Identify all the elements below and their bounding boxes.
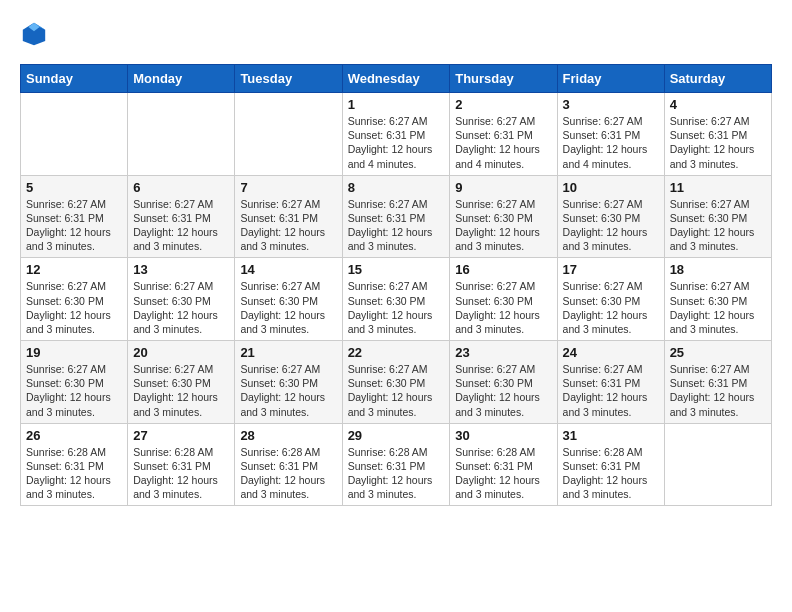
calendar-cell: 28Sunrise: 6:28 AMSunset: 6:31 PMDayligh… — [235, 423, 342, 506]
day-info: Sunrise: 6:27 AMSunset: 6:31 PMDaylight:… — [133, 197, 229, 254]
day-info: Sunrise: 6:28 AMSunset: 6:31 PMDaylight:… — [455, 445, 551, 502]
calendar-cell: 19Sunrise: 6:27 AMSunset: 6:30 PMDayligh… — [21, 341, 128, 424]
weekday-header: Sunday — [21, 65, 128, 93]
day-info: Sunrise: 6:27 AMSunset: 6:31 PMDaylight:… — [670, 114, 766, 171]
day-number: 29 — [348, 428, 445, 443]
day-info: Sunrise: 6:27 AMSunset: 6:31 PMDaylight:… — [26, 197, 122, 254]
logo-icon — [20, 20, 48, 48]
day-info: Sunrise: 6:27 AMSunset: 6:30 PMDaylight:… — [133, 362, 229, 419]
day-number: 5 — [26, 180, 122, 195]
day-info: Sunrise: 6:28 AMSunset: 6:31 PMDaylight:… — [240, 445, 336, 502]
day-info: Sunrise: 6:27 AMSunset: 6:30 PMDaylight:… — [670, 279, 766, 336]
logo — [20, 20, 52, 48]
day-number: 18 — [670, 262, 766, 277]
day-number: 17 — [563, 262, 659, 277]
calendar-cell — [664, 423, 771, 506]
calendar-cell: 30Sunrise: 6:28 AMSunset: 6:31 PMDayligh… — [450, 423, 557, 506]
day-info: Sunrise: 6:27 AMSunset: 6:31 PMDaylight:… — [455, 114, 551, 171]
day-info: Sunrise: 6:28 AMSunset: 6:31 PMDaylight:… — [348, 445, 445, 502]
calendar-cell: 15Sunrise: 6:27 AMSunset: 6:30 PMDayligh… — [342, 258, 450, 341]
day-number: 25 — [670, 345, 766, 360]
day-number: 21 — [240, 345, 336, 360]
day-info: Sunrise: 6:28 AMSunset: 6:31 PMDaylight:… — [133, 445, 229, 502]
weekday-header: Thursday — [450, 65, 557, 93]
calendar-cell: 6Sunrise: 6:27 AMSunset: 6:31 PMDaylight… — [128, 175, 235, 258]
day-number: 7 — [240, 180, 336, 195]
calendar-week-row: 26Sunrise: 6:28 AMSunset: 6:31 PMDayligh… — [21, 423, 772, 506]
page-header — [20, 20, 772, 48]
calendar-cell: 5Sunrise: 6:27 AMSunset: 6:31 PMDaylight… — [21, 175, 128, 258]
day-info: Sunrise: 6:27 AMSunset: 6:31 PMDaylight:… — [348, 114, 445, 171]
day-info: Sunrise: 6:27 AMSunset: 6:30 PMDaylight:… — [133, 279, 229, 336]
calendar-cell — [128, 93, 235, 176]
day-number: 8 — [348, 180, 445, 195]
day-number: 20 — [133, 345, 229, 360]
calendar-cell: 25Sunrise: 6:27 AMSunset: 6:31 PMDayligh… — [664, 341, 771, 424]
calendar-cell: 23Sunrise: 6:27 AMSunset: 6:30 PMDayligh… — [450, 341, 557, 424]
day-number: 16 — [455, 262, 551, 277]
calendar-cell: 20Sunrise: 6:27 AMSunset: 6:30 PMDayligh… — [128, 341, 235, 424]
day-number: 27 — [133, 428, 229, 443]
day-info: Sunrise: 6:27 AMSunset: 6:31 PMDaylight:… — [240, 197, 336, 254]
day-info: Sunrise: 6:27 AMSunset: 6:30 PMDaylight:… — [348, 362, 445, 419]
calendar-cell: 18Sunrise: 6:27 AMSunset: 6:30 PMDayligh… — [664, 258, 771, 341]
calendar-cell: 21Sunrise: 6:27 AMSunset: 6:30 PMDayligh… — [235, 341, 342, 424]
calendar-cell — [21, 93, 128, 176]
day-number: 23 — [455, 345, 551, 360]
day-number: 28 — [240, 428, 336, 443]
calendar-week-row: 19Sunrise: 6:27 AMSunset: 6:30 PMDayligh… — [21, 341, 772, 424]
calendar-cell: 4Sunrise: 6:27 AMSunset: 6:31 PMDaylight… — [664, 93, 771, 176]
calendar-cell: 9Sunrise: 6:27 AMSunset: 6:30 PMDaylight… — [450, 175, 557, 258]
calendar-cell: 7Sunrise: 6:27 AMSunset: 6:31 PMDaylight… — [235, 175, 342, 258]
day-number: 1 — [348, 97, 445, 112]
calendar-cell: 26Sunrise: 6:28 AMSunset: 6:31 PMDayligh… — [21, 423, 128, 506]
calendar-cell: 11Sunrise: 6:27 AMSunset: 6:30 PMDayligh… — [664, 175, 771, 258]
weekday-header: Wednesday — [342, 65, 450, 93]
day-info: Sunrise: 6:27 AMSunset: 6:30 PMDaylight:… — [455, 279, 551, 336]
calendar-header-row: SundayMondayTuesdayWednesdayThursdayFrid… — [21, 65, 772, 93]
calendar-cell: 31Sunrise: 6:28 AMSunset: 6:31 PMDayligh… — [557, 423, 664, 506]
calendar-cell — [235, 93, 342, 176]
day-info: Sunrise: 6:27 AMSunset: 6:30 PMDaylight:… — [26, 279, 122, 336]
day-info: Sunrise: 6:27 AMSunset: 6:30 PMDaylight:… — [348, 279, 445, 336]
calendar-week-row: 1Sunrise: 6:27 AMSunset: 6:31 PMDaylight… — [21, 93, 772, 176]
day-info: Sunrise: 6:27 AMSunset: 6:31 PMDaylight:… — [670, 362, 766, 419]
day-number: 12 — [26, 262, 122, 277]
calendar-cell: 12Sunrise: 6:27 AMSunset: 6:30 PMDayligh… — [21, 258, 128, 341]
calendar-cell: 16Sunrise: 6:27 AMSunset: 6:30 PMDayligh… — [450, 258, 557, 341]
day-number: 10 — [563, 180, 659, 195]
day-number: 22 — [348, 345, 445, 360]
day-number: 24 — [563, 345, 659, 360]
calendar-cell: 24Sunrise: 6:27 AMSunset: 6:31 PMDayligh… — [557, 341, 664, 424]
day-info: Sunrise: 6:28 AMSunset: 6:31 PMDaylight:… — [563, 445, 659, 502]
day-number: 6 — [133, 180, 229, 195]
day-info: Sunrise: 6:27 AMSunset: 6:31 PMDaylight:… — [348, 197, 445, 254]
day-number: 19 — [26, 345, 122, 360]
calendar-cell: 13Sunrise: 6:27 AMSunset: 6:30 PMDayligh… — [128, 258, 235, 341]
day-number: 26 — [26, 428, 122, 443]
calendar-table: SundayMondayTuesdayWednesdayThursdayFrid… — [20, 64, 772, 506]
day-number: 15 — [348, 262, 445, 277]
day-number: 4 — [670, 97, 766, 112]
weekday-header: Tuesday — [235, 65, 342, 93]
day-info: Sunrise: 6:27 AMSunset: 6:30 PMDaylight:… — [240, 362, 336, 419]
day-info: Sunrise: 6:27 AMSunset: 6:30 PMDaylight:… — [455, 362, 551, 419]
day-info: Sunrise: 6:27 AMSunset: 6:30 PMDaylight:… — [455, 197, 551, 254]
day-info: Sunrise: 6:27 AMSunset: 6:30 PMDaylight:… — [240, 279, 336, 336]
day-number: 14 — [240, 262, 336, 277]
calendar-week-row: 12Sunrise: 6:27 AMSunset: 6:30 PMDayligh… — [21, 258, 772, 341]
day-number: 30 — [455, 428, 551, 443]
day-info: Sunrise: 6:27 AMSunset: 6:30 PMDaylight:… — [26, 362, 122, 419]
day-number: 13 — [133, 262, 229, 277]
calendar-cell: 3Sunrise: 6:27 AMSunset: 6:31 PMDaylight… — [557, 93, 664, 176]
weekday-header: Saturday — [664, 65, 771, 93]
calendar-cell: 2Sunrise: 6:27 AMSunset: 6:31 PMDaylight… — [450, 93, 557, 176]
calendar-cell: 22Sunrise: 6:27 AMSunset: 6:30 PMDayligh… — [342, 341, 450, 424]
calendar-cell: 17Sunrise: 6:27 AMSunset: 6:30 PMDayligh… — [557, 258, 664, 341]
calendar-cell: 8Sunrise: 6:27 AMSunset: 6:31 PMDaylight… — [342, 175, 450, 258]
calendar-cell: 10Sunrise: 6:27 AMSunset: 6:30 PMDayligh… — [557, 175, 664, 258]
day-info: Sunrise: 6:28 AMSunset: 6:31 PMDaylight:… — [26, 445, 122, 502]
day-number: 2 — [455, 97, 551, 112]
day-info: Sunrise: 6:27 AMSunset: 6:30 PMDaylight:… — [563, 197, 659, 254]
calendar-cell: 14Sunrise: 6:27 AMSunset: 6:30 PMDayligh… — [235, 258, 342, 341]
